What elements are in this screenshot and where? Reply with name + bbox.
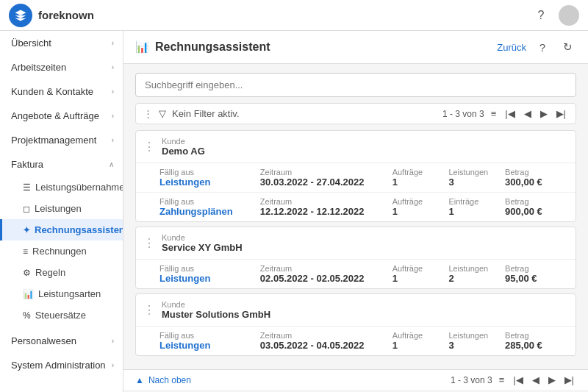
sidebar-subitem-leistungsubernahme[interactable]: ☰ Leistungsübernahme <box>0 177 123 198</box>
sidebar-item-kunden[interactable]: Kunden & Kontakte › <box>0 79 123 104</box>
chevron-icon: › <box>112 88 114 96</box>
bottom-pagination: 1 - 3 von 3 ≡ |◀ ◀ ▶ ▶| <box>451 374 576 385</box>
filter-right: 1 - 3 von 3 ≡ |◀ ◀ ▶ ▶| <box>442 108 568 119</box>
sort-button[interactable]: ≡ <box>489 108 499 119</box>
invoice-icon: ≡ <box>23 246 28 257</box>
record-orders: Aufträge 1 <box>392 197 443 217</box>
sidebar-subitem-steuersatze[interactable]: % Steuersätze <box>0 304 123 326</box>
topbar-right: ? <box>531 5 579 26</box>
record-amount: Betrag 285,00 € <box>505 331 568 351</box>
record-menu-icon[interactable]: ⋮ <box>143 141 156 153</box>
record-card: ⋮ Kunde Muster Solutions GmbH Fällig aus… <box>135 293 576 356</box>
help-button[interactable]: ? <box>531 5 551 26</box>
bottom-last-page-button[interactable]: ▶| <box>562 374 576 385</box>
main-header-actions: Zurück ? ↻ <box>497 38 576 56</box>
sidebar-subitem-regeln[interactable]: ⚙ Regeln <box>0 262 123 283</box>
chevron-icon: › <box>112 136 114 144</box>
record-card: ⋮ Kunde Demo AG Fällig aus Leistungen Ze… <box>135 130 576 222</box>
assistant-icon: ✦ <box>23 225 30 235</box>
record-items: Leistungen 3 <box>448 168 499 188</box>
main-body: ⋮ ▽ Kein Filter aktiv. 1 - 3 von 3 ≡ |◀ … <box>123 64 588 369</box>
sidebar-subitem-leistungen[interactable]: ◻ Leistungen <box>0 198 123 219</box>
chevron-icon: › <box>112 361 114 369</box>
record-period: Zeitraum 02.05.2022 - 02.05.2022 <box>260 264 387 284</box>
sidebar-subitem-rechnungen[interactable]: ≡ Rechnungen <box>0 240 123 262</box>
tax-icon: % <box>23 310 31 321</box>
sidebar-subitem-leistungsarten[interactable]: 📊 Leistungsarten <box>0 283 123 304</box>
chevron-icon: › <box>112 39 114 47</box>
record-amount: Betrag 95,00 € <box>505 264 568 284</box>
sidebar-item-arbeitszeiten[interactable]: Arbeitszeiten › <box>0 55 123 79</box>
chevron-icon: › <box>112 63 114 71</box>
to-top-label: Nach oben <box>148 375 191 385</box>
sidebar-item-ubersicht[interactable]: Übersicht › <box>0 31 123 55</box>
chart-icon: 📊 <box>23 289 34 299</box>
record-header: ⋮ Kunde Service XY GmbH <box>136 227 576 260</box>
up-arrow-icon: ▲ <box>135 375 144 385</box>
record-items: Leistungen 2 <box>448 264 499 284</box>
record-orders: Aufträge 1 <box>392 264 443 284</box>
prev-page-button[interactable]: ◀ <box>522 108 534 119</box>
filter-left: ⋮ ▽ Kein Filter aktiv. <box>143 108 240 119</box>
topbar-left: foreknown <box>9 4 94 27</box>
record-amount: Betrag 900,00 € <box>505 197 568 217</box>
record-card: ⋮ Kunde Service XY GmbH Fällig aus Leist… <box>135 227 576 289</box>
sidebar-subitem-rechnungsassistent[interactable]: ✦ Rechnungsassistent <box>0 219 123 240</box>
record-period: Zeitraum 03.05.2022 - 04.05.2022 <box>260 331 387 351</box>
page-title-icon: 📊 <box>135 40 149 54</box>
record-row: Fällig aus Leistungen Zeitraum 02.05.202… <box>136 260 576 288</box>
filter-funnel-icon: ▽ <box>159 108 166 119</box>
record-orders: Aufträge 1 <box>392 331 443 351</box>
bottom-prev-page-button[interactable]: ◀ <box>530 374 542 385</box>
main-header: 📊 Rechnungsassistent Zurück ? ↻ <box>123 31 588 64</box>
search-input[interactable] <box>135 73 576 97</box>
record-row: Fällig aus Zahlungsplänen Zeitraum 12.12… <box>136 193 576 221</box>
record-orders: Aufträge 1 <box>392 168 443 188</box>
main-content-area: 📊 Rechnungsassistent Zurück ? ↻ ⋮ ▽ Kein… <box>123 31 588 392</box>
sidebar-item-angebote[interactable]: Angebote & Aufträge › <box>0 104 123 128</box>
bottom-pagination-info: 1 - 3 von 3 <box>451 375 492 385</box>
record-customer-info: Kunde Service XY GmbH <box>162 233 243 253</box>
bottom-next-page-button[interactable]: ▶ <box>546 374 558 385</box>
bottom-bar: ▲ Nach oben 1 - 3 von 3 ≡ |◀ ◀ ▶ ▶| <box>123 369 588 390</box>
record-header: ⋮ Kunde Muster Solutions GmbH <box>136 294 576 327</box>
chevron-icon: › <box>112 337 114 345</box>
refresh-button[interactable]: ↻ <box>559 38 576 56</box>
sidebar-item-personalwesen[interactable]: Personalwesen › <box>0 329 123 353</box>
sidebar-item-projektmanagement[interactable]: Projektmanagement › <box>0 128 123 152</box>
record-period: Zeitraum 30.03.2022 - 27.04.2022 <box>260 168 387 188</box>
sidebar-item-system-admin[interactable]: System Administration › <box>0 353 123 377</box>
document-icon: ◻ <box>23 204 30 214</box>
record-menu-icon[interactable]: ⋮ <box>143 304 156 316</box>
back-button[interactable]: Zurück <box>497 42 526 53</box>
sidebar: Übersicht › Arbeitszeiten › Kunden & Kon… <box>0 31 123 392</box>
list-icon: ☰ <box>23 182 31 193</box>
record-source: Fällig aus Leistungen <box>159 264 254 284</box>
next-page-button[interactable]: ▶ <box>538 108 550 119</box>
to-top-button[interactable]: ▲ Nach oben <box>135 375 191 385</box>
help-icon-button[interactable]: ? <box>534 38 551 56</box>
record-source: Fällig aus Zahlungsplänen <box>159 197 254 217</box>
record-header: ⋮ Kunde Demo AG <box>136 131 576 163</box>
filter-dots-icon[interactable]: ⋮ <box>143 108 153 119</box>
bottom-sort-button[interactable]: ≡ <box>497 374 507 385</box>
chevron-down-icon: ∧ <box>109 160 114 168</box>
record-items: Einträge 1 <box>448 197 499 217</box>
record-customer-info: Kunde Demo AG <box>162 137 205 157</box>
record-source: Fällig aus Leistungen <box>159 168 254 188</box>
user-avatar[interactable] <box>559 5 579 26</box>
record-amount: Betrag 300,00 € <box>505 168 568 188</box>
record-source: Fällig aus Leistungen <box>159 331 254 351</box>
record-row: Fällig aus Leistungen Zeitraum 30.03.202… <box>136 163 576 193</box>
record-menu-icon[interactable]: ⋮ <box>143 238 156 249</box>
filter-label: Kein Filter aktiv. <box>172 108 240 119</box>
app-name: foreknown <box>38 9 94 21</box>
sidebar-item-faktura[interactable]: Faktura ∧ <box>0 152 123 177</box>
record-row: Fällig aus Leistungen Zeitraum 03.05.202… <box>136 327 576 355</box>
rules-icon: ⚙ <box>23 268 31 278</box>
record-period: Zeitraum 12.12.2022 - 12.12.2022 <box>260 197 387 217</box>
last-page-button[interactable]: ▶| <box>554 108 568 119</box>
first-page-button[interactable]: |◀ <box>503 108 517 119</box>
layout: Übersicht › Arbeitszeiten › Kunden & Kon… <box>0 31 588 392</box>
bottom-first-page-button[interactable]: |◀ <box>511 374 525 385</box>
